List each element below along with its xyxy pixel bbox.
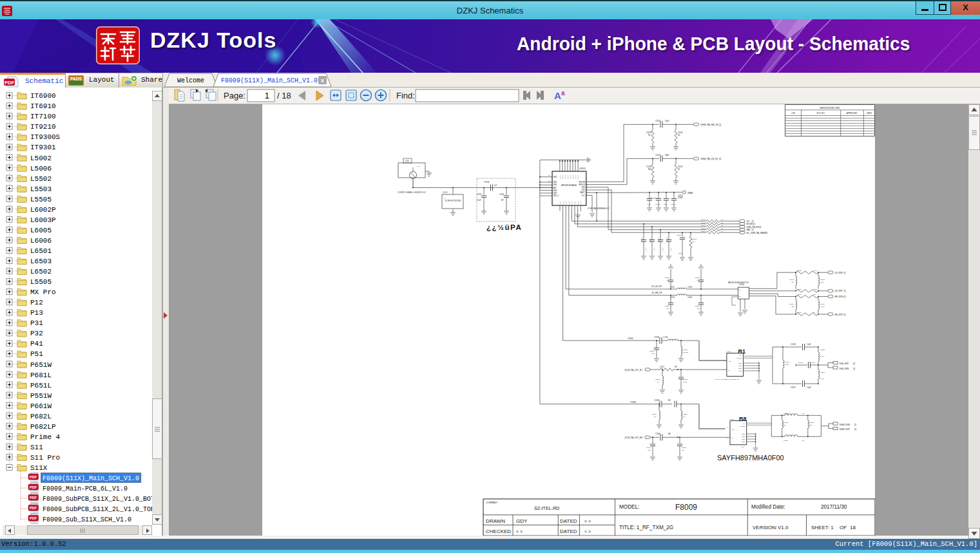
svg-text:IC-RF-PA-M58866HI-E-C: IC-RF-PA-M58866HI-E-C	[588, 207, 610, 210]
svg-text:F8009(S11X)_Main_SCH_V1.0: F8009(S11X)_Main_SCH_V1.0	[221, 77, 318, 84]
svg-text:ANT: ANT	[731, 429, 735, 431]
svg-text:2.7nH: 2.7nH	[820, 378, 825, 380]
svg-text:C3110: C3110	[678, 165, 683, 168]
svg-text:C3108: C3108	[646, 131, 651, 134]
svg-text:GND: GND	[738, 362, 742, 364]
svg-text:1.5pF: 1.5pF	[683, 381, 687, 383]
svg-text:R3105: R3105	[701, 219, 706, 221]
svg-text:P682L: P682L	[30, 413, 52, 420]
svg-text:L3257: L3257	[810, 422, 815, 424]
svg-text:L6501: L6501	[30, 247, 52, 255]
svg-text:CON-RF-COAXIAL-LOSQ5059 #0.K: CON-RF-COAXIAL-LOSQ5059 #0.K	[398, 191, 426, 194]
svg-text:[2]: [2]	[719, 158, 722, 160]
svg-text:2.7nH: 2.7nH	[820, 355, 825, 357]
svg-text:18pF: 18pF	[665, 154, 669, 156]
svg-text:< >: < >	[584, 519, 591, 523]
svg-text:F8009_SubPCB_S11X_2L_V1.0_BOT: F8009_SubPCB_S11X_2L_V1.0_BOT	[43, 496, 155, 503]
svg-text:TITLE: 1_RF_TXM_2G: TITLE: 1_RF_TXM_2G	[619, 525, 673, 530]
svg-text:HB_RXN: HB_RXN	[835, 295, 844, 298]
svg-text:10uF: 10uF	[665, 120, 669, 122]
svg-text:ANT: ANT	[728, 361, 731, 362]
svg-text:S11 Pro: S11 Pro	[30, 454, 60, 462]
svg-text:L5006: L5006	[30, 165, 52, 173]
svg-text:C3115: C3115	[678, 194, 683, 197]
svg-text:3GB8_RXN: 3GB8_RXN	[840, 424, 850, 426]
svg-text:PDF: PDF	[30, 475, 37, 479]
svg-text:C3166: C3166	[646, 447, 651, 449]
svg-text:NF: NF	[657, 381, 660, 383]
svg-text:TX: TX	[731, 437, 733, 439]
svg-text:L6503: L6503	[30, 258, 52, 265]
svg-text:NC: NC	[791, 306, 794, 308]
svg-text:SHEET: 1: SHEET: 1	[811, 525, 834, 530]
svg-text:NC: NC	[648, 449, 651, 451]
svg-text:C3248: C3248	[798, 362, 803, 364]
svg-text:GND: GND	[742, 438, 745, 440]
svg-text:1.5pF: 1.5pF	[807, 386, 811, 389]
svg-text:IT9301: IT9301	[30, 144, 56, 151]
svg-text:10uF: 10uF	[647, 203, 651, 205]
svg-text:2017/11/30: 2017/11/30	[821, 504, 847, 510]
svg-text:RXGND: RXGND	[740, 426, 745, 427]
svg-text:SBATT: SBATT	[580, 191, 586, 194]
svg-text:GND: GND	[553, 183, 557, 186]
svg-text:1K: 1K	[721, 230, 723, 232]
svg-text:L3.0.3: L3.0.3	[443, 191, 448, 194]
svg-text:[2]: [2]	[843, 290, 845, 292]
svg-text:X3105: X3105	[739, 283, 745, 286]
svg-text:TXB: TXB	[580, 202, 582, 205]
svg-text:S11X: S11X	[30, 464, 48, 472]
svg-text:2.8nH: 2.8nH	[687, 296, 692, 299]
svg-text:NF: NF	[683, 416, 686, 418]
svg-text:NC: NC	[682, 449, 684, 451]
svg-text:L3258: L3258	[783, 413, 789, 415]
svg-text:[2]: [2]	[843, 314, 845, 316]
svg-text:P682LP: P682LP	[30, 423, 56, 431]
svg-text:L3155: L3155	[783, 440, 789, 442]
svg-text:GDY: GDY	[516, 518, 528, 524]
svg-text:L6005: L6005	[30, 227, 52, 234]
svg-text:TXB: TXB	[562, 202, 564, 205]
svg-text:C3102: C3102	[678, 131, 683, 134]
svg-text:8: 8	[727, 427, 728, 429]
svg-text:DATE: DATE	[867, 112, 872, 115]
svg-text:VBAT: VBAT	[687, 192, 693, 194]
svg-text:GND: GND	[553, 176, 557, 178]
svg-text:33pF: 33pF	[670, 247, 672, 251]
svg-text:AP9083-R09A0M: AP9083-R09A0M	[561, 184, 577, 187]
svg-text:BA1: BA1	[747, 229, 751, 231]
svg-text:< >: < >	[584, 529, 591, 534]
svg-text:RX: RX	[740, 355, 742, 357]
svg-text:C3708: C3708	[484, 181, 490, 183]
svg-text:PDF: PDF	[30, 485, 37, 489]
svg-text:[1]: [1]	[854, 424, 856, 426]
svg-text:SPN HB: SPN HB	[579, 181, 585, 183]
svg-text:C3250: C3250	[649, 350, 655, 352]
svg-text:[2]: [2]	[853, 362, 855, 365]
svg-text:HB_RXP: HB_RXP	[835, 314, 843, 316]
svg-text:L3101: L3101	[820, 279, 825, 281]
svg-text:NC: NC	[678, 134, 680, 136]
svg-text:COMPANY:: COMPANY:	[486, 501, 498, 504]
svg-text:C3121: C3121	[655, 154, 661, 156]
svg-text:PDF: PDF	[30, 496, 37, 500]
svg-text:NF: NF	[802, 440, 805, 442]
svg-text:220pF: 220pF	[678, 252, 683, 254]
svg-text:C3110: C3110	[695, 305, 700, 307]
svg-text:NC: NC	[697, 279, 700, 281]
svg-text:L3108: L3108	[789, 303, 794, 305]
svg-text:GND: GND	[738, 368, 742, 369]
svg-text:DIP-SAYEY1025MA/F8408B #0.8: DIP-SAYEY1025MA/F8408B #0.8	[715, 379, 740, 380]
svg-text:GND: GND	[742, 436, 745, 437]
svg-text:C3260: C3260	[655, 433, 660, 435]
svg-text:PDF: PDF	[30, 506, 37, 510]
svg-text:NF: NF	[501, 199, 504, 202]
svg-text:Find:: Find:	[396, 91, 415, 100]
svg-text:2G_LB_RX: 2G_LB_RX	[651, 285, 662, 288]
svg-text:L3243: L3243	[683, 349, 688, 351]
svg-text:L3260: L3260	[683, 413, 688, 415]
svg-text:4.7nH: 4.7nH	[820, 306, 825, 308]
svg-text:Prime 4: Prime 4	[30, 433, 61, 441]
svg-text:NC: NC	[678, 168, 680, 171]
svg-text:REVISION RECORD: REVISION RECORD	[820, 107, 841, 109]
